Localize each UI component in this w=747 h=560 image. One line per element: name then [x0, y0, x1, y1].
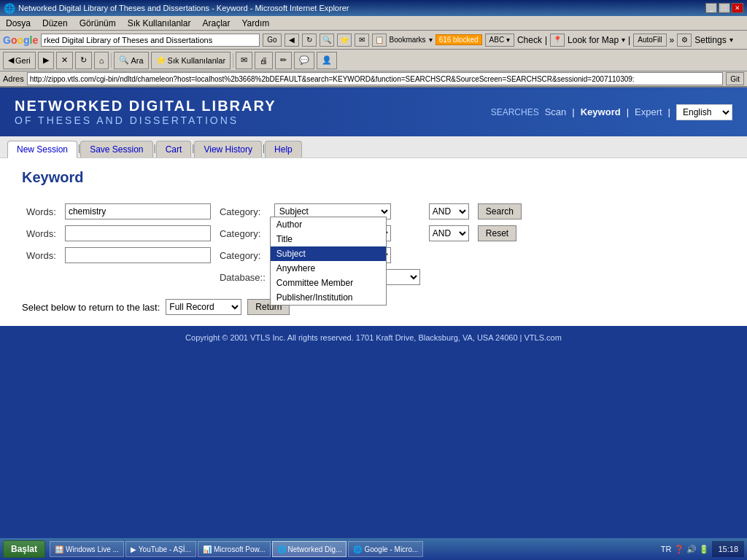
- taskbar-item-0[interactable]: 🪟 Windows Live ...: [50, 541, 124, 553]
- nav-icon-1[interactable]: ◀: [285, 34, 299, 47]
- search-button[interactable]: 🔍 Ara: [114, 52, 148, 69]
- taskbar-item-2[interactable]: 📊 Microsoft Pow...: [198, 541, 271, 553]
- settings-icon[interactable]: ⚙: [677, 34, 692, 47]
- nav-icon-4[interactable]: ⭐: [337, 34, 352, 47]
- tab-new-session[interactable]: New Session: [7, 141, 77, 158]
- nav-scan[interactable]: Scan: [545, 106, 567, 117]
- tab-cart[interactable]: Cart: [156, 141, 192, 158]
- nav-expert[interactable]: Expert: [635, 106, 662, 117]
- bookmarks-btn[interactable]: Bookmarks: [390, 36, 426, 44]
- dropdown-anywhere[interactable]: Anywhere: [271, 261, 386, 276]
- autofill-btn[interactable]: AutoFill: [633, 34, 666, 47]
- menu-duzen[interactable]: Düzen: [39, 18, 71, 29]
- nav-icon-3[interactable]: 🔍: [320, 34, 334, 47]
- language-select[interactable]: English Türkçe Français: [676, 104, 732, 120]
- taskbar: Başlat 🪟 Windows Live ... ▶ YouTube - AŞ…: [0, 538, 747, 553]
- taskbar-right: TR ❓ 🔊 🔋 15:18: [661, 541, 744, 553]
- more-icon[interactable]: »: [670, 35, 675, 45]
- address-label: Adres: [3, 74, 24, 83]
- tab-view-history[interactable]: View History: [194, 141, 261, 158]
- site-title-line1: NETWORKED DIGITAL LIBRARY: [15, 98, 276, 114]
- taskbar-item-1[interactable]: ▶ YouTube - AŞİ...: [125, 541, 196, 553]
- words-input-1[interactable]: [65, 203, 211, 219]
- nav-icon-5[interactable]: ✉: [355, 34, 369, 47]
- settings-label[interactable]: Settings: [694, 35, 726, 45]
- favorites-button[interactable]: ⭐ Sık Kullanılanlar: [151, 52, 231, 69]
- print-button[interactable]: 🖨: [255, 52, 273, 69]
- title-bar-left: 🌐 Networked Digital Library of Theses an…: [4, 3, 349, 14]
- check-btn[interactable]: ABC ▾: [485, 34, 514, 47]
- minimize-button[interactable]: _: [705, 3, 717, 13]
- ie-icon: 🌐: [4, 3, 15, 14]
- keyword-form: Words: Category: Subject Author Title An…: [22, 201, 526, 288]
- messenger-button[interactable]: 👤: [317, 52, 337, 69]
- menu-yardim[interactable]: Yardım: [239, 18, 272, 29]
- blocked-badge[interactable]: 616 blocked: [436, 34, 482, 45]
- google-toolbar: Google Go ◀ ↻ 🔍 ⭐ ✉ 📋 Bookmarks ▾ 616 bl…: [0, 31, 747, 50]
- close-button[interactable]: ✕: [732, 3, 743, 13]
- stop-button[interactable]: ✕: [56, 52, 73, 69]
- address-bar: Adres Git: [0, 71, 747, 88]
- discuss-button[interactable]: 💬: [294, 52, 314, 69]
- taskbar-icon-2: 📊: [203, 545, 212, 553]
- search-button[interactable]: Search: [478, 203, 522, 219]
- forward-button[interactable]: ▶: [38, 52, 54, 69]
- words-label-2: Words:: [22, 222, 61, 244]
- browser-window: NETWORKED DIGITAL LIBRARY OF THESES AND …: [0, 88, 747, 538]
- page-title: Keyword: [22, 169, 725, 186]
- taskbar-icon-4: 🌐: [353, 545, 362, 553]
- dropdown-author[interactable]: Author: [271, 217, 386, 232]
- back-button[interactable]: ◀ Geri: [3, 52, 36, 69]
- address-input[interactable]: [27, 72, 723, 85]
- window-controls[interactable]: _ □ ✕: [705, 3, 743, 13]
- back-arrow-icon: ◀: [8, 55, 14, 65]
- and-select-1[interactable]: AND OR NOT: [429, 203, 469, 219]
- address-go-button[interactable]: Git: [726, 72, 744, 85]
- google-go-button[interactable]: Go: [263, 34, 281, 47]
- nav-icon-2[interactable]: ↻: [302, 34, 317, 47]
- menu-gorunum[interactable]: Görünüm: [77, 18, 119, 29]
- taskbar-item-3[interactable]: 🌐 Networked Dig...: [272, 541, 347, 553]
- clock: 15:18: [712, 541, 744, 553]
- maximize-button[interactable]: □: [719, 3, 730, 13]
- lookfor-label[interactable]: Look for Map: [568, 35, 619, 45]
- menu-araclar[interactable]: Araçlar: [199, 18, 233, 29]
- tab-save-session[interactable]: Save Session: [80, 141, 152, 158]
- form-row-1: Words: Category: Subject Author Title An…: [22, 201, 526, 222]
- start-button[interactable]: Başlat: [3, 540, 45, 553]
- home-button[interactable]: ⌂: [94, 52, 109, 69]
- tab-help[interactable]: Help: [265, 141, 302, 158]
- dropdown-publisher[interactable]: Publisher/Institution: [271, 290, 386, 305]
- nav-icon-6[interactable]: 📋: [372, 34, 387, 47]
- separator-2: |: [628, 35, 630, 45]
- reset-button[interactable]: Reset: [478, 225, 516, 241]
- google-search-input[interactable]: [41, 34, 260, 47]
- site-header: NETWORKED DIGITAL LIBRARY OF THESES AND …: [0, 88, 747, 136]
- menu-favorites[interactable]: Sık Kullanılanlar: [125, 18, 194, 29]
- map-icon[interactable]: 📍: [550, 34, 565, 47]
- words-input-3[interactable]: [65, 247, 211, 263]
- google-logo: Google: [3, 34, 38, 46]
- site-title-block: NETWORKED DIGITAL LIBRARY OF THESES AND …: [15, 98, 276, 126]
- site-navigation: SEARCHES Scan | Keyword | Expert | Engli…: [491, 104, 732, 120]
- lang-indicator[interactable]: TR: [661, 545, 672, 553]
- dropdown-subject[interactable]: Subject: [271, 246, 386, 261]
- menu-dosya[interactable]: Dosya: [3, 18, 34, 29]
- star-icon: ⭐: [156, 55, 166, 65]
- taskbar-icon-0: 🪟: [55, 545, 63, 553]
- site-footer: Copyright © 2001 VTLS Inc. All rights re…: [0, 326, 747, 349]
- taskbar-icon-1: ▶: [131, 545, 136, 553]
- return-select[interactable]: Full Record Search Results: [166, 299, 241, 315]
- words-input-2[interactable]: [65, 225, 211, 241]
- dropdown-title[interactable]: Title: [271, 232, 386, 246]
- tab-strip: New Session | Save Session | Cart | View…: [0, 136, 747, 158]
- dropdown-committee[interactable]: Committee Member: [271, 276, 386, 290]
- mail-button[interactable]: ✉: [236, 52, 252, 69]
- edit-button[interactable]: ✏: [275, 52, 292, 69]
- and-select-2[interactable]: AND OR NOT: [429, 225, 469, 241]
- refresh-button[interactable]: ↻: [75, 52, 92, 69]
- separator-1: |: [545, 35, 547, 45]
- nav-keyword[interactable]: Keyword: [581, 106, 621, 117]
- words-label-3: Words:: [22, 244, 61, 266]
- taskbar-item-4[interactable]: 🌐 Google - Micro...: [348, 541, 423, 553]
